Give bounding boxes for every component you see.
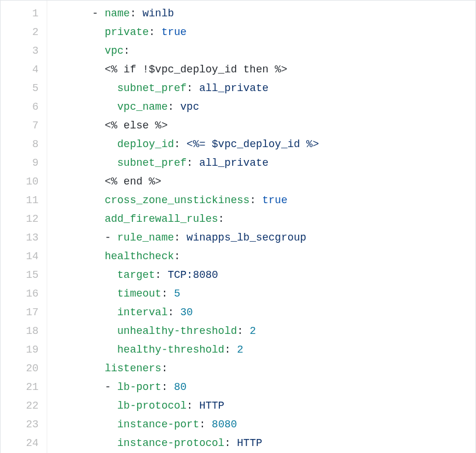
token-punc: : bbox=[167, 306, 180, 318]
line-number: 14 bbox=[9, 247, 38, 266]
token-key: subnet_pref bbox=[117, 157, 187, 169]
code-line: unhealthy-threshold: 2 bbox=[54, 322, 468, 340]
indent bbox=[54, 344, 117, 356]
line-number: 3 bbox=[9, 41, 38, 60]
token-key: timeout bbox=[117, 288, 162, 299]
token-num: 2 bbox=[237, 344, 243, 356]
code-line: vpc_name: vpc bbox=[54, 97, 468, 116]
token-plain: - bbox=[104, 232, 117, 243]
token-str: TCP:8080 bbox=[167, 269, 218, 281]
token-str: HTTP bbox=[199, 400, 224, 412]
indent bbox=[54, 437, 117, 449]
token-key: healthy-threshold bbox=[117, 344, 225, 356]
line-number: 21 bbox=[9, 378, 38, 396]
token-punc: : bbox=[162, 363, 168, 374]
line-number: 11 bbox=[9, 191, 38, 210]
line-number: 2 bbox=[9, 23, 38, 41]
token-str: HTTP bbox=[237, 437, 262, 449]
token-key: lb-port bbox=[117, 381, 162, 393]
token-punc: : bbox=[162, 381, 174, 393]
token-key: target bbox=[117, 269, 155, 281]
token-key: interval bbox=[117, 306, 167, 318]
token-num: 30 bbox=[180, 306, 193, 318]
token-punc: : bbox=[225, 437, 237, 449]
line-number: 8 bbox=[9, 135, 38, 154]
code-line: - rule_name: winapps_lb_secgroup bbox=[54, 228, 468, 247]
line-number: 18 bbox=[9, 322, 38, 340]
token-bool: true bbox=[162, 26, 187, 38]
code-line: instance-port: 8080 bbox=[54, 415, 468, 434]
token-key: instance-port bbox=[117, 419, 199, 430]
code-line: healthy-threshold: 2 bbox=[54, 340, 468, 359]
token-str: all_private bbox=[199, 157, 268, 169]
token-punc: : bbox=[174, 232, 187, 243]
indent bbox=[54, 82, 117, 94]
code-line: <% end %> bbox=[54, 172, 468, 191]
token-bool: true bbox=[262, 194, 287, 206]
code-line: - lb-port: 80 bbox=[54, 378, 468, 396]
code-line: subnet_pref: all_private bbox=[54, 154, 468, 172]
indent bbox=[54, 8, 92, 19]
line-number: 4 bbox=[9, 60, 38, 79]
code-line: instance-protocol: HTTP bbox=[54, 434, 468, 452]
indent bbox=[54, 400, 117, 412]
token-str: all_private bbox=[199, 82, 268, 94]
token-punc: : bbox=[237, 325, 250, 337]
line-number: 19 bbox=[9, 340, 38, 359]
token-plain: - bbox=[104, 381, 117, 393]
token-str: vpc bbox=[180, 101, 199, 113]
token-punc: : bbox=[149, 26, 162, 38]
line-number: 20 bbox=[9, 359, 38, 378]
token-punc: : bbox=[174, 250, 180, 262]
token-punc: : bbox=[187, 82, 200, 94]
token-key: listeners bbox=[104, 363, 161, 374]
token-key: private bbox=[104, 26, 149, 38]
indent bbox=[54, 176, 104, 187]
indent bbox=[54, 288, 117, 299]
token-punc: : bbox=[162, 288, 174, 299]
line-number: 23 bbox=[9, 415, 38, 434]
line-number: 12 bbox=[9, 210, 38, 228]
token-key: unhealthy-threshold bbox=[117, 325, 237, 337]
token-punc: : bbox=[250, 194, 262, 206]
code-line: add_firewall_rules: bbox=[54, 210, 468, 228]
token-punc: : bbox=[187, 157, 200, 169]
token-plain: <% else %> bbox=[104, 120, 167, 131]
indent bbox=[54, 419, 117, 430]
token-key: lb-protocol bbox=[117, 400, 187, 412]
indent bbox=[54, 45, 104, 57]
token-plain: - bbox=[92, 8, 105, 19]
code-line: listeners: bbox=[54, 359, 468, 378]
code-line: interval: 30 bbox=[54, 303, 468, 322]
token-str: winlb bbox=[142, 8, 174, 19]
line-number: 5 bbox=[9, 79, 38, 97]
indent bbox=[54, 325, 117, 337]
code-line: timeout: 5 bbox=[54, 284, 468, 303]
code-line: private: true bbox=[54, 23, 468, 41]
token-punc: : bbox=[174, 138, 187, 150]
indent bbox=[54, 232, 104, 243]
token-plain: <% end %> bbox=[104, 176, 161, 187]
code-line: vpc: bbox=[54, 41, 468, 60]
code-line: cross_zone_unstickiness: true bbox=[54, 191, 468, 210]
token-num: 2 bbox=[250, 325, 256, 337]
indent bbox=[54, 381, 104, 393]
line-number: 1 bbox=[9, 4, 38, 23]
token-punc: : bbox=[167, 101, 180, 113]
token-punc: : bbox=[187, 400, 200, 412]
code-line: deploy_id: <%= $vpc_deploy_id %> bbox=[54, 135, 468, 154]
token-key: rule_name bbox=[117, 232, 174, 243]
line-number: 10 bbox=[9, 172, 38, 191]
line-number-gutter: 123456789101112131415161718192021222324 bbox=[1, 1, 47, 453]
token-key: vpc bbox=[104, 45, 123, 57]
code-block: 123456789101112131415161718192021222324 … bbox=[0, 0, 476, 453]
token-punc: : bbox=[199, 419, 212, 430]
code-line: - name: winlb bbox=[54, 4, 468, 23]
line-number: 24 bbox=[9, 434, 38, 452]
token-punc: : bbox=[218, 213, 225, 225]
token-num: 5 bbox=[174, 288, 180, 299]
line-number: 6 bbox=[9, 97, 38, 116]
token-punc: : bbox=[124, 45, 130, 57]
code-content[interactable]: - name: winlb private: true vpc: <% if !… bbox=[47, 1, 475, 453]
token-punc: : bbox=[225, 344, 237, 356]
